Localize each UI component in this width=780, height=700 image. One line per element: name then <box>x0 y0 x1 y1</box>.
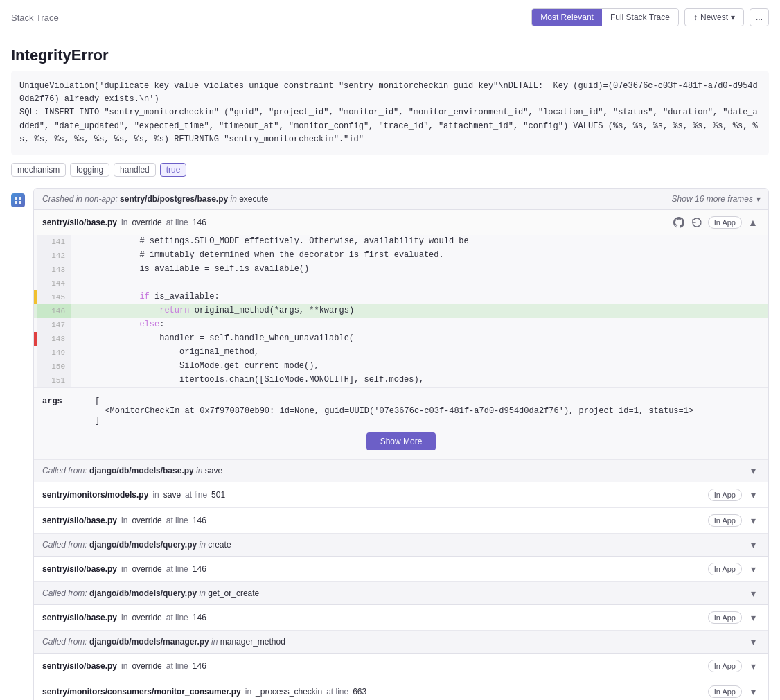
args-section: args [ <MonitorCheckIn at 0x7f970878eb90… <box>34 387 768 459</box>
frame-info-silo-3: sentry/silo/base.py in override at line … <box>42 564 206 574</box>
collapse-button-1[interactable]: ▲ <box>746 216 760 229</box>
expand-silo-5-button[interactable]: ▾ <box>746 659 760 673</box>
frame-header-1[interactable]: sentry/silo/base.py in override at line … <box>34 210 768 235</box>
expand-consumer-button[interactable]: ▾ <box>746 685 760 699</box>
called-from-label-2: Called from: django/db/models/query.py i… <box>42 540 231 550</box>
code-line-143: 143 is_available = self.is_available() <box>34 263 768 277</box>
expand-called-3[interactable]: ▾ <box>746 586 760 600</box>
code-line-150: 150 SiloMode.get_current_mode(), <box>34 360 768 374</box>
in-app-badge-silo-5: In App <box>708 660 742 672</box>
frame-line-monitors: 501 <box>211 490 225 500</box>
content-area: IntegrityError UniqueViolation('duplicat… <box>0 35 780 700</box>
more-options-button[interactable]: ... <box>750 8 769 26</box>
full-stack-trace-button[interactable]: Full Stack Trace <box>602 9 678 26</box>
called-from-label-1: Called from: django/db/models/base.py in… <box>42 466 222 475</box>
called-from-row-3: Called from: django/db/models/query.py i… <box>34 582 768 605</box>
code-line-147: 147 else: <box>34 318 768 332</box>
frame-info-1: sentry/silo/base.py in override at line … <box>42 218 206 227</box>
in-app-badge-silo-3: In App <box>708 563 742 575</box>
show-frames-button[interactable]: Show 16 more frames ▾ <box>672 194 760 204</box>
frame-method-silo-4: override <box>132 613 161 622</box>
code-line-142: 142 # immutably determined when the deco… <box>34 249 768 263</box>
crash-method: execute <box>239 194 268 204</box>
frame-info-silo-4: sentry/silo/base.py in override at line … <box>42 613 206 622</box>
frame-right-monitors: In App ▾ <box>708 488 760 502</box>
expand-silo-3-button[interactable]: ▾ <box>746 562 760 576</box>
relevance-toggle: Most Relevant Full Stack Trace <box>531 8 679 26</box>
frame-row-silo-4: sentry/silo/base.py in override at line … <box>34 605 768 631</box>
frame-header-silo-4[interactable]: sentry/silo/base.py in override at line … <box>34 605 768 630</box>
frame-right-consumer: In App ▾ <box>708 685 760 699</box>
expand-called-2[interactable]: ▾ <box>746 538 760 552</box>
args-value: [ <MonitorCheckIn at 0x7f970878eb90: id=… <box>95 396 760 426</box>
frame-header-silo-3[interactable]: sentry/silo/base.py in override at line … <box>34 557 768 581</box>
called-from-row-4: Called from: django/db/models/manager.py… <box>34 631 768 654</box>
code-line-148: 148 handler = self.handle_when_unavailab… <box>34 332 768 346</box>
crash-header: Crashed in non-app: sentry/db/postgres/b… <box>34 189 768 210</box>
frame-right-silo-2: In App ▾ <box>708 514 760 527</box>
replay-icon[interactable] <box>690 216 704 229</box>
tag-logging[interactable]: logging <box>70 163 109 177</box>
stack-trace-panel: Stack Trace Most Relevant Full Stack Tra… <box>0 0 780 700</box>
code-line-145: 145 if is_available: <box>34 290 768 304</box>
frame-line-silo-4: 146 <box>193 613 206 622</box>
frame-header-silo-5[interactable]: sentry/silo/base.py in override at line … <box>34 654 768 679</box>
frame-header-silo-2[interactable]: sentry/silo/base.py in override at line … <box>34 508 768 533</box>
svg-rect-0 <box>15 197 17 200</box>
app-icon <box>11 193 25 207</box>
called-from-label-3: Called from: django/db/models/query.py i… <box>42 588 259 598</box>
frame-method-1: override <box>132 218 161 227</box>
frame-at-label-1: at line <box>166 218 188 227</box>
frame-right-silo-4: In App ▾ <box>708 611 760 624</box>
frame-line-silo-5: 146 <box>193 661 206 671</box>
frame-info-silo-2: sentry/silo/base.py in override at line … <box>42 516 206 525</box>
frame-right-silo-3: In App ▾ <box>708 562 760 576</box>
args-row: args [ <MonitorCheckIn at 0x7f970878eb90… <box>42 396 760 426</box>
expand-called-1[interactable]: ▾ <box>746 464 760 478</box>
frame-file-silo-4: sentry/silo/base.py <box>42 613 117 622</box>
frame-info-monitors-models: sentry/monitors/models.py in save at lin… <box>42 490 225 500</box>
chevron-down-icon: ▾ <box>756 194 760 204</box>
frame-method-silo-2: override <box>132 516 161 525</box>
expand-silo-4-button[interactable]: ▾ <box>746 611 760 624</box>
args-key: args <box>42 396 84 426</box>
chevron-down-icon: ▾ <box>731 12 735 22</box>
tag-handled[interactable]: handled <box>114 163 156 177</box>
frame-file-consumer: sentry/monitors/consumers/monitor_consum… <box>42 687 241 697</box>
frame-header-consumer[interactable]: sentry/monitors/consumers/monitor_consum… <box>34 679 768 700</box>
frame-method-silo-3: override <box>132 564 161 574</box>
newest-button[interactable]: ↕ Newest ▾ <box>684 8 744 26</box>
header-controls: Most Relevant Full Stack Trace ↕ Newest … <box>531 8 769 26</box>
tag-true[interactable]: true <box>160 163 187 177</box>
frame-file-silo-2: sentry/silo/base.py <box>42 516 117 525</box>
in-app-badge-1: In App <box>708 216 742 229</box>
code-line-141: 141 # settings.SILO_MODE effectively. Ot… <box>34 235 768 249</box>
in-app-badge-silo-2: In App <box>708 514 742 527</box>
most-relevant-button[interactable]: Most Relevant <box>532 9 602 26</box>
in-app-badge-silo-4: In App <box>708 611 742 624</box>
frame-line-consumer: 663 <box>353 687 366 697</box>
frame-info-consumer: sentry/monitors/consumers/monitor_consum… <box>42 687 366 697</box>
frame-info-silo-5: sentry/silo/base.py in override at line … <box>42 661 206 671</box>
crash-label: Crashed in non-app: sentry/db/postgres/b… <box>42 194 268 204</box>
github-icon[interactable] <box>672 216 686 229</box>
frame-method-consumer: _process_checkin <box>256 687 322 697</box>
code-line-144: 144 <box>34 277 768 290</box>
show-more-button[interactable]: Show More <box>366 432 436 450</box>
expand-called-4[interactable]: ▾ <box>746 635 760 649</box>
frame-file-silo-5: sentry/silo/base.py <box>42 661 117 671</box>
frame-file-1: sentry/silo/base.py <box>42 218 117 227</box>
expand-monitors-button[interactable]: ▾ <box>746 488 760 502</box>
svg-rect-1 <box>19 197 21 200</box>
code-block-1: 141 # settings.SILO_MODE effectively. Ot… <box>34 235 768 387</box>
tag-mechanism[interactable]: mechanism <box>11 163 66 177</box>
frame-in-label-1: in <box>121 218 127 227</box>
stack-container: Crashed in non-app: sentry/db/postgres/b… <box>33 188 769 700</box>
code-line-146: 146 return original_method(*args, **kwar… <box>34 304 768 318</box>
svg-rect-2 <box>15 201 17 204</box>
frame-row-silo-3: sentry/silo/base.py in override at line … <box>34 557 768 582</box>
frame-header-monitors-models[interactable]: sentry/monitors/models.py in save at lin… <box>34 482 768 507</box>
header: Stack Trace Most Relevant Full Stack Tra… <box>0 0 780 35</box>
sort-icon: ↕ <box>693 12 698 22</box>
expand-silo-2-button[interactable]: ▾ <box>746 514 760 527</box>
